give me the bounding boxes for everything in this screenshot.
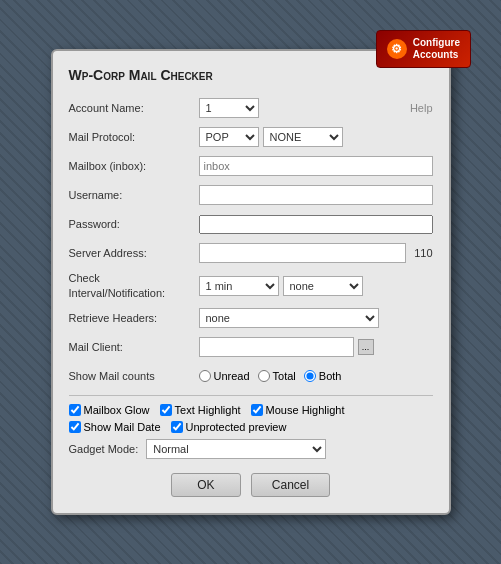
show-mail-date-text: Show Mail Date xyxy=(84,421,161,433)
mailbox-glow-text: Mailbox Glow xyxy=(84,404,150,416)
mouse-highlight-text: Mouse Highlight xyxy=(266,404,345,416)
checkbox-row-1: Mailbox Glow Text Highlight Mouse Highli… xyxy=(69,404,433,416)
cancel-button[interactable]: Cancel xyxy=(251,473,330,497)
divider-1 xyxy=(69,395,433,396)
username-control xyxy=(199,185,433,205)
server-address-row: Server Address: 110 xyxy=(69,242,433,264)
protocol-select[interactable]: POP IMAP HTTP xyxy=(199,127,259,147)
mail-client-control: C:\Program Files\Windows ... xyxy=(199,337,433,357)
account-name-row: Account Name: 1 Help xyxy=(69,97,433,119)
text-highlight-label[interactable]: Text Highlight xyxy=(160,404,241,416)
protocol-controls: POP IMAP HTTP NONE SSL TLS xyxy=(199,127,433,147)
username-row: Username: xyxy=(69,184,433,206)
radio-total-text: Total xyxy=(273,370,296,382)
show-mail-counts-label: Show Mail counts xyxy=(69,370,199,382)
retrieve-headers-row: Retrieve Headers: none all unread xyxy=(69,307,433,329)
mouse-highlight-label[interactable]: Mouse Highlight xyxy=(251,404,345,416)
radio-both-text: Both xyxy=(319,370,342,382)
auth-select[interactable]: NONE SSL TLS xyxy=(263,127,343,147)
radio-total-label[interactable]: Total xyxy=(258,370,296,382)
password-label: Password: xyxy=(69,218,199,230)
show-mail-date-label[interactable]: Show Mail Date xyxy=(69,421,161,433)
server-port: 110 xyxy=(414,247,432,259)
account-name-label: Account Name: xyxy=(69,102,199,114)
unprotected-preview-text: Unprotected preview xyxy=(186,421,287,433)
mail-counts-radio-group: Unread Total Both xyxy=(199,370,342,382)
mail-client-input[interactable]: C:\Program Files\Windows xyxy=(199,337,354,357)
account-name-select[interactable]: 1 xyxy=(199,98,259,118)
mouse-highlight-checkbox[interactable] xyxy=(251,404,263,416)
server-address-input[interactable] xyxy=(199,243,407,263)
ok-button[interactable]: OK xyxy=(171,473,241,497)
show-mail-counts-row: Show Mail counts Unread Total Both xyxy=(69,365,433,387)
gadget-mode-select[interactable]: Normal Sidebar Desktop xyxy=(146,439,326,459)
mail-protocol-label: Mail Protocol: xyxy=(69,131,199,143)
button-row: OK Cancel xyxy=(69,473,433,497)
retrieve-headers-label: Retrieve Headers: xyxy=(69,312,199,324)
radio-unread[interactable] xyxy=(199,370,211,382)
interval-controls: 1 min 5 min 10 min 30 min none popup sou… xyxy=(199,276,433,296)
mailbox-input[interactable] xyxy=(199,156,433,176)
mailbox-label: Mailbox (inbox): xyxy=(69,160,199,172)
help-link[interactable]: Help xyxy=(410,102,433,114)
radio-total[interactable] xyxy=(258,370,270,382)
unprotected-preview-label[interactable]: Unprotected preview xyxy=(171,421,287,433)
mail-client-row: Mail Client: C:\Program Files\Windows ..… xyxy=(69,336,433,358)
text-highlight-checkbox[interactable] xyxy=(160,404,172,416)
mailbox-row: Mailbox (inbox): xyxy=(69,155,433,177)
configure-accounts-button[interactable]: ⚙ Configure Accounts xyxy=(376,30,471,68)
configure-icon: ⚙ xyxy=(387,39,407,59)
notify-select[interactable]: none popup sound xyxy=(283,276,363,296)
username-input[interactable] xyxy=(199,185,433,205)
password-control xyxy=(199,215,433,234)
headers-select[interactable]: none all unread xyxy=(199,308,379,328)
headers-control: none all unread xyxy=(199,308,433,328)
radio-unread-text: Unread xyxy=(214,370,250,382)
show-mail-date-checkbox[interactable] xyxy=(69,421,81,433)
account-name-group: 1 Help xyxy=(199,98,433,118)
password-row: Password: xyxy=(69,213,433,235)
mail-protocol-row: Mail Protocol: POP IMAP HTTP NONE SSL TL… xyxy=(69,126,433,148)
text-highlight-text: Text Highlight xyxy=(175,404,241,416)
gadget-mode-row: Gadget Mode: Normal Sidebar Desktop xyxy=(69,439,433,459)
dialog-title: Wp-Corp Mail Checker xyxy=(69,67,433,83)
server-controls: 110 xyxy=(199,243,433,263)
mailbox-glow-checkbox[interactable] xyxy=(69,404,81,416)
browse-button[interactable]: ... xyxy=(358,339,374,355)
password-input[interactable] xyxy=(199,215,433,234)
radio-unread-label[interactable]: Unread xyxy=(199,370,250,382)
mail-checker-dialog: Wp-Corp Mail Checker Account Name: 1 Hel… xyxy=(51,49,451,515)
mail-client-label: Mail Client: xyxy=(69,341,199,353)
unprotected-preview-checkbox[interactable] xyxy=(171,421,183,433)
radio-both-label[interactable]: Both xyxy=(304,370,342,382)
check-interval-row: CheckInterval/Notification: 1 min 5 min … xyxy=(69,271,433,300)
interval-select[interactable]: 1 min 5 min 10 min 30 min xyxy=(199,276,279,296)
mailbox-control xyxy=(199,156,433,176)
configure-accounts-label: Configure Accounts xyxy=(413,37,460,61)
check-interval-label: CheckInterval/Notification: xyxy=(69,271,199,300)
username-label: Username: xyxy=(69,189,199,201)
checkbox-row-2: Show Mail Date Unprotected preview xyxy=(69,421,433,433)
radio-both[interactable] xyxy=(304,370,316,382)
gadget-mode-label: Gadget Mode: xyxy=(69,443,139,455)
mailbox-glow-label[interactable]: Mailbox Glow xyxy=(69,404,150,416)
server-address-label: Server Address: xyxy=(69,247,199,259)
